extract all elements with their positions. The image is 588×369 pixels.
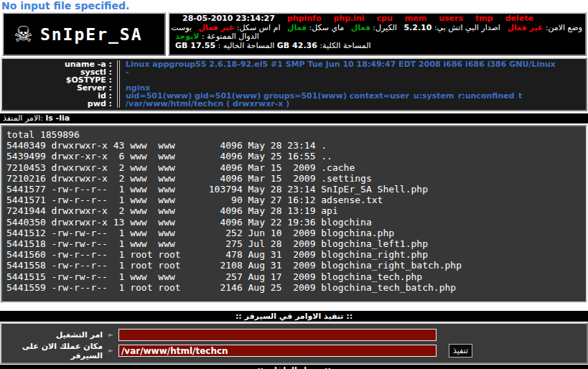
executed-command-value: ls -lia [45,113,70,123]
listing-row: 5440350 drwxrwxr-x 13 www www 4096 May 2… [6,217,584,228]
server-info-box: 28-05-2010 23:14:27phpinfophp.inicpumemu… [168,12,587,56]
command-output: total 1859896 5440349 drwxrwxr-x 43 www … [1,125,587,303]
system-info-table: uname -a : Linux appgroup55 2.6.18-92.el… [1,57,587,111]
exec-section-title: :: تنفيذ الاوامر في السيرفر :: [0,311,588,322]
header: ☠ SnIpEr_SA 28-05-2010 23:14:27phpinfoph… [2,12,587,56]
status-mssql: ام اس سكل: غير فعال [199,23,281,32]
listing-row: 7241944 drwxrwxr-x 2 www www 4096 May 28… [6,205,584,216]
status-postgresql: بوست قري سكل: غير فعال [168,23,192,32]
link-tmp[interactable]: tmp [475,14,493,23]
datetime: 28-05-2010 23:14:27 [182,14,275,23]
status-mysql: ماي سكل: فعال [287,23,344,32]
listing-row: 5440349 drwxrwxr-x 43 www www 4096 May 2… [6,140,584,151]
listing-row: 5441571 -rw-r--r-- 1 www www 90 May 27 1… [6,195,584,205]
listing-row: 5441559 -rw-r--r-- 1 root root 2146 Aug … [6,282,584,293]
working-dir-input[interactable] [118,345,437,357]
skull-icon: ☠ [14,24,33,45]
listing-row: 5441518 -rw-rw-r-- 1 www www 275 Jul 28 … [6,238,584,249]
logo-box: ☠ SnIpEr_SA [2,12,166,56]
link-phpinfo[interactable]: phpinfo [287,14,322,23]
run-command-label: امر التشغيل [1,330,103,340]
listing-row: 5441560 -rw-r--r-- 1 root root 478 Aug 3… [6,249,584,260]
listing-total: total 1859896 [6,129,584,140]
run-command-input[interactable] [118,329,437,341]
status-curl: الكيرل: فعال [351,23,397,32]
link-delete[interactable]: delete [505,14,533,23]
executed-command-bar: الامر المنفذ: ls -lia [0,113,588,123]
sysinfo-row-pwd: pwd : /var/www/html/techcn ( drwxrwxr-x … [2,100,586,108]
listing-row: 7210216 drwxrwxr-x 2 www www 4096 Mar 15… [6,173,584,184]
listing-row: 5441558 -rw-r--r-- 1 root root 2108 Aug … [6,260,584,271]
files-section-title: :: تعديل الملفات :: [0,365,588,369]
shell-title: SnIpEr_SA [40,25,143,44]
arrow-bullet-icon: ► [108,347,113,354]
sysinfo-row-server: Server : nginx [2,84,586,92]
disk-space-line: المساحة الكلية: GB 42.36 المساحة الخاليه… [173,42,582,51]
listing-row: 5441577 -rw-r--r-- 1 www www 103794 May … [6,184,584,195]
run-command-row: امر التشغيل ► [1,327,587,342]
link-mem[interactable]: mem [405,14,426,23]
listing-row: 5441512 -rw-rw-r-- 1 www www 252 Jun 10 … [6,228,584,238]
link-users[interactable]: users [439,14,463,23]
listing-row: 5441515 -rw-rw-r-- 1 www www 257 Aug 17 … [6,271,584,282]
command-form: امر التشغيل ► مكان عملك الان على السيرفر… [0,322,588,364]
link-php-ini[interactable]: php.ini [333,14,364,23]
status-php-version: اصدار البي اتش بي: 5.2.10 [403,23,500,32]
arrow-bullet-icon: ► [108,332,113,338]
status-safe-mode: وضع الامن: غير فعال [507,23,582,32]
working-dir-row: مكان عملك الان على السيرفر ► تنفيذ [1,343,587,358]
link-cpu[interactable]: cpu [377,14,393,23]
working-dir-label: مكان عملك الان على السيرفر [1,342,103,360]
listing-row: 5439499 drwxr-xr-x 6 www www 4096 May 25… [6,151,584,162]
php-notice: No input file specified. [0,0,588,12]
listing-row: 7210453 drwxrwxr-x 2 www www 4096 Mar 15… [6,162,584,173]
executed-command-label: الامر المنفذ [3,113,40,123]
execute-button[interactable]: تنفيذ [449,344,472,358]
